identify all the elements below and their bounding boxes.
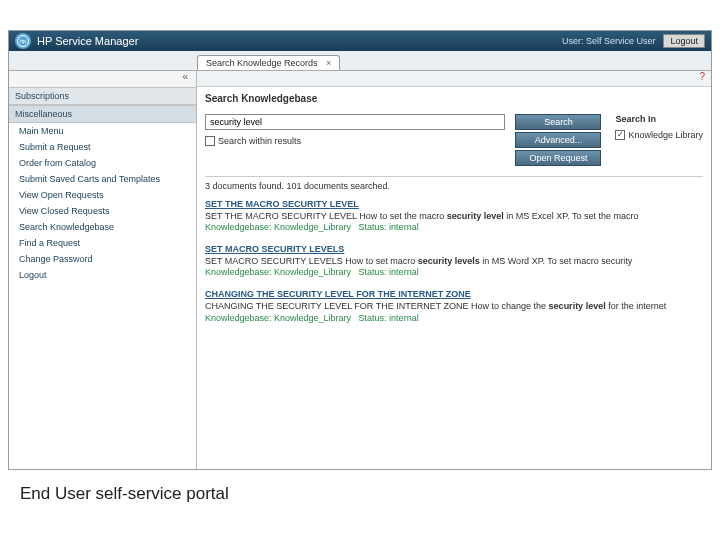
svg-text:hp: hp [20, 38, 26, 44]
search-within-label: Search within results [218, 136, 301, 146]
search-input[interactable] [205, 114, 505, 130]
results-list: SET THE MACRO SECURITY LEVELSET THE MACR… [205, 199, 703, 324]
sidebar-section-subscriptions[interactable]: Subscriptions [9, 87, 196, 105]
result-title[interactable]: SET MACRO SECURITY LEVELS [205, 244, 703, 256]
search-within-checkbox[interactable] [205, 136, 215, 146]
sidebar-item-open-requests[interactable]: View Open Requests [9, 187, 196, 203]
knowledge-library-checkbox[interactable] [615, 130, 625, 140]
result-snippet: CHANGING THE SECURITY LEVEL FOR THE INTE… [205, 301, 703, 313]
result-meta: Knowledgebase: Knowledge_Library Status:… [205, 313, 703, 325]
page-title: Search Knowledgebase [205, 93, 703, 104]
sidebar: « Subscriptions Miscellaneous Main Menu … [9, 71, 197, 469]
collapse-sidebar-icon[interactable]: « [9, 71, 196, 87]
sidebar-item-submit-request[interactable]: Submit a Request [9, 139, 196, 155]
hp-logo-icon: hp [15, 33, 31, 49]
sidebar-item-order-catalog[interactable]: Order from Catalog [9, 155, 196, 171]
result-title[interactable]: CHANGING THE SECURITY LEVEL FOR THE INTE… [205, 289, 703, 301]
content-toolbar: ? [197, 71, 711, 87]
sidebar-item-saved-carts[interactable]: Submit Saved Carts and Templates [9, 171, 196, 187]
results-summary: 3 documents found. 101 documents searche… [205, 181, 703, 191]
app-header: hp HP Service Manager User: Self Service… [9, 31, 711, 51]
result-meta: Knowledgebase: Knowledge_Library Status:… [205, 267, 703, 279]
result-item: SET MACRO SECURITY LEVELSSET MACRO SECUR… [205, 244, 703, 279]
result-item: CHANGING THE SECURITY LEVEL FOR THE INTE… [205, 289, 703, 324]
user-label: User: Self Service User [562, 36, 656, 46]
result-snippet: SET THE MACRO SECURITY LEVEL How to set … [205, 211, 703, 223]
sidebar-item-logout[interactable]: Logout [9, 267, 196, 283]
sidebar-item-change-password[interactable]: Change Password [9, 251, 196, 267]
advanced-button[interactable]: Advanced... [515, 132, 601, 148]
result-meta: Knowledgebase: Knowledge_Library Status:… [205, 222, 703, 234]
slide-caption: End User self-service portal [0, 470, 720, 518]
result-title[interactable]: SET THE MACRO SECURITY LEVEL [205, 199, 703, 211]
sidebar-item-main-menu[interactable]: Main Menu [9, 123, 196, 139]
sidebar-item-find-request[interactable]: Find a Request [9, 235, 196, 251]
knowledge-library-label: Knowledge Library [628, 130, 703, 140]
result-snippet: SET MACRO SECURITY LEVELS How to set mac… [205, 256, 703, 268]
tab-search-knowledge[interactable]: Search Knowledge Records × [197, 55, 340, 70]
search-button[interactable]: Search [515, 114, 601, 130]
app-title: HP Service Manager [37, 35, 138, 47]
divider [205, 176, 703, 177]
close-icon[interactable]: × [326, 58, 331, 68]
tab-label: Search Knowledge Records [206, 58, 318, 68]
main-panel: ? Search Knowledgebase Search within res… [197, 71, 711, 469]
tab-bar: Search Knowledge Records × [9, 51, 711, 71]
sidebar-menu: Main Menu Submit a Request Order from Ca… [9, 123, 196, 469]
sidebar-item-closed-requests[interactable]: View Closed Requests [9, 203, 196, 219]
help-icon[interactable]: ? [699, 71, 705, 82]
open-request-button[interactable]: Open Request [515, 150, 601, 166]
result-item: SET THE MACRO SECURITY LEVELSET THE MACR… [205, 199, 703, 234]
logout-button[interactable]: Logout [663, 34, 705, 48]
sidebar-section-miscellaneous[interactable]: Miscellaneous [9, 105, 196, 123]
sidebar-item-search-kb[interactable]: Search Knowledgebase [9, 219, 196, 235]
app-window: hp HP Service Manager User: Self Service… [8, 30, 712, 470]
search-in-label: Search In [615, 114, 703, 124]
